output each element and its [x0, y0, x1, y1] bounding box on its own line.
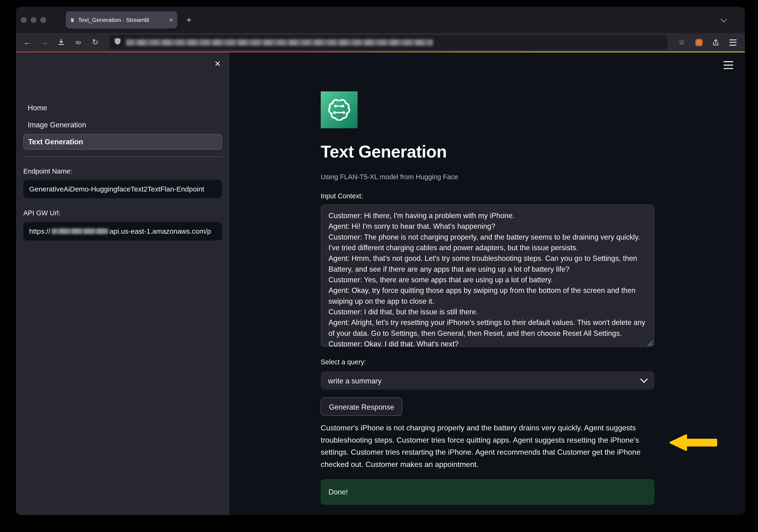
- bookmark-star-icon[interactable]: ☆: [674, 34, 690, 50]
- endpoint-name-value: GenerativeAiDemo-HuggingfaceText2TextFla…: [29, 185, 204, 193]
- address-bar[interactable]: [109, 35, 668, 50]
- extension-icon[interactable]: [691, 34, 706, 50]
- back-icon[interactable]: ←: [19, 34, 35, 50]
- sidebar-divider: [23, 156, 222, 157]
- tab-bar: ♛ Text_Generation · Streamlit × +: [16, 7, 745, 33]
- redacted-url-text: [126, 39, 433, 46]
- api-url-suffix: api.us-east-1.amazonaws.com/p: [110, 227, 211, 235]
- api-gw-url-label: API GW Url:: [23, 209, 60, 217]
- sidebar-item-text-generation[interactable]: Text Generation: [23, 134, 222, 150]
- refresh-icon[interactable]: ↻: [87, 34, 103, 50]
- shield-icon[interactable]: [114, 38, 121, 47]
- close-window-button[interactable]: [21, 17, 27, 23]
- endpoint-name-input[interactable]: GenerativeAiDemo-HuggingfaceText2TextFla…: [23, 180, 222, 198]
- redacted-url-segment: [51, 228, 109, 234]
- annotation-arrow-icon: [669, 433, 718, 452]
- share-icon[interactable]: [708, 34, 724, 50]
- page-subtitle: Using FLAN-T5-XL model from Hugging Face: [321, 173, 458, 181]
- api-url-prefix: https://: [29, 227, 51, 235]
- api-gw-url-input[interactable]: https:// api.us-east-1.amazonaws.com/p: [23, 222, 222, 241]
- input-context-label: Input Context:: [321, 192, 363, 200]
- download-icon[interactable]: [53, 34, 69, 50]
- crown-favicon-icon: ♛: [70, 17, 75, 23]
- response-text: Customer's iPhone is not charging proper…: [321, 422, 656, 470]
- forward-icon[interactable]: →: [37, 34, 52, 50]
- input-context-textarea[interactable]: Customer: Hi there, I'm having a problem…: [321, 205, 654, 347]
- sidebar: × Home Image Generation Text Generation …: [16, 52, 229, 515]
- app-menu-icon[interactable]: [724, 61, 733, 69]
- page-title: Text Generation: [321, 142, 447, 161]
- window-controls: [21, 17, 46, 23]
- sidebar-close-icon[interactable]: ×: [215, 58, 221, 68]
- browser-tab[interactable]: ♛ Text_Generation · Streamlit ×: [66, 11, 177, 28]
- browser-window: ♛ Text_Generation · Streamlit × + ← → ∞ …: [16, 7, 745, 515]
- success-text: Done!: [328, 488, 348, 496]
- new-tab-button[interactable]: +: [181, 12, 197, 28]
- generate-response-button[interactable]: Generate Response: [321, 397, 402, 416]
- infinity-icon[interactable]: ∞: [71, 34, 86, 50]
- query-select[interactable]: write a summary: [321, 371, 654, 389]
- tab-title: Text_Generation · Streamlit: [78, 17, 165, 23]
- sidebar-item-home[interactable]: Home: [23, 100, 222, 116]
- main-content: Text Generation Using FLAN-T5-XL model f…: [229, 52, 745, 515]
- tab-close-icon[interactable]: ×: [169, 17, 173, 23]
- navigation-toolbar: ← → ∞ ↻ ☆: [16, 33, 745, 51]
- endpoint-name-label: Endpoint Name:: [23, 167, 72, 175]
- app-logo-brain-icon: [321, 91, 358, 128]
- streamlit-app: × Home Image Generation Text Generation …: [16, 52, 745, 515]
- select-query-label: Select a query:: [321, 358, 366, 366]
- tab-list-chevron-icon[interactable]: [716, 12, 731, 28]
- browser-menu-icon[interactable]: [725, 34, 741, 50]
- query-select-value: write a summary: [328, 376, 382, 384]
- textarea-resize-handle[interactable]: [647, 340, 653, 346]
- screenshot-canvas: ♛ Text_Generation · Streamlit × + ← → ∞ …: [0, 0, 758, 532]
- select-chevron-down-icon: [640, 376, 648, 383]
- minimize-window-button[interactable]: [31, 17, 37, 23]
- maximize-window-button[interactable]: [40, 17, 46, 23]
- sidebar-item-image-generation[interactable]: Image Generation: [23, 117, 222, 133]
- success-banner: Done!: [321, 479, 654, 505]
